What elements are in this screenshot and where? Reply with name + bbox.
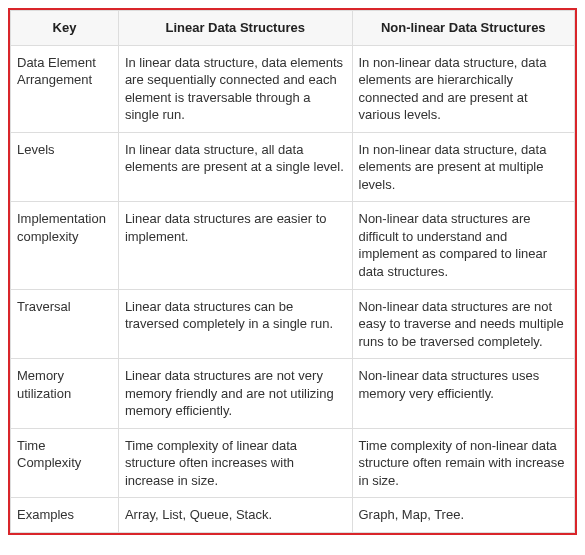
comparison-table-container: Key Linear Data Structures Non-linear Da… [8,8,577,535]
cell-nonlinear: Non-linear data structures are not easy … [352,289,575,359]
cell-linear: In linear data structure, data elements … [118,45,352,132]
table-header-row: Key Linear Data Structures Non-linear Da… [11,11,575,46]
cell-key: Traversal [11,289,119,359]
cell-linear: Array, List, Queue, Stack. [118,498,352,533]
cell-linear: In linear data structure, all data eleme… [118,132,352,202]
cell-nonlinear: Non-linear data structures are difficult… [352,202,575,289]
table-row: Examples Array, List, Queue, Stack. Grap… [11,498,575,533]
cell-nonlinear: In non-linear data structure, data eleme… [352,132,575,202]
cell-key: Levels [11,132,119,202]
cell-linear: Time complexity of linear data structure… [118,428,352,498]
table-row: Data Element Arrangement In linear data … [11,45,575,132]
cell-key: Data Element Arrangement [11,45,119,132]
header-nonlinear: Non-linear Data Structures [352,11,575,46]
cell-nonlinear: In non-linear data structure, data eleme… [352,45,575,132]
header-key: Key [11,11,119,46]
cell-nonlinear: Graph, Map, Tree. [352,498,575,533]
table-row: Traversal Linear data structures can be … [11,289,575,359]
cell-key: Memory utilization [11,359,119,429]
table-row: Implementation complexity Linear data st… [11,202,575,289]
cell-key: Examples [11,498,119,533]
table-row: Time Complexity Time complexity of linea… [11,428,575,498]
cell-key: Implementation complexity [11,202,119,289]
cell-linear: Linear data structures are not very memo… [118,359,352,429]
cell-key: Time Complexity [11,428,119,498]
header-linear: Linear Data Structures [118,11,352,46]
table-row: Levels In linear data structure, all dat… [11,132,575,202]
comparison-table: Key Linear Data Structures Non-linear Da… [10,10,575,533]
cell-nonlinear: Time complexity of non-linear data struc… [352,428,575,498]
table-row: Memory utilization Linear data structure… [11,359,575,429]
cell-linear: Linear data structures can be traversed … [118,289,352,359]
cell-nonlinear: Non-linear data structures uses memory v… [352,359,575,429]
cell-linear: Linear data structures are easier to imp… [118,202,352,289]
